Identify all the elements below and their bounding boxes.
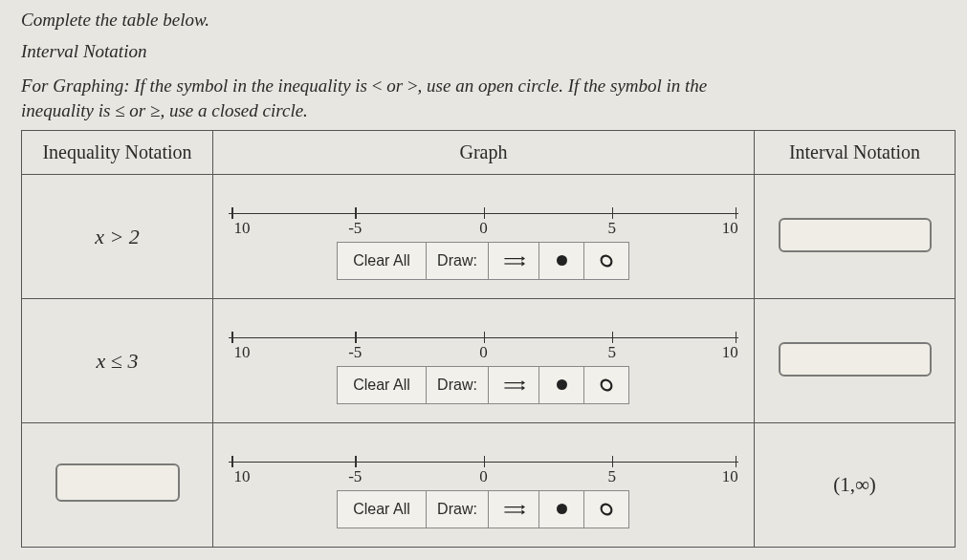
open-point-button[interactable] <box>583 366 629 404</box>
draw-label: Draw: <box>426 490 489 528</box>
inequality-cell: x > 2 <box>22 175 213 299</box>
col-header-interval: Interval Notation <box>755 131 956 175</box>
interval-answer: (1,∞) <box>833 473 876 496</box>
table-row: x ≤ 3 10 -5 0 5 10 <box>22 299 956 423</box>
draw-label: Draw: <box>426 366 489 404</box>
notation-table: Inequality Notation Graph Interval Notat… <box>21 130 956 548</box>
closed-point-button[interactable] <box>538 242 584 280</box>
open-circle-icon <box>598 252 615 269</box>
col-header-graph: Graph <box>213 131 755 175</box>
open-circle-icon <box>598 377 615 394</box>
interval-input[interactable] <box>779 218 932 252</box>
filled-circle-icon <box>557 504 567 514</box>
open-point-button[interactable] <box>583 490 629 528</box>
closed-point-button[interactable] <box>538 490 584 528</box>
open-point-button[interactable] <box>583 242 629 280</box>
svg-marker-9 <box>521 505 525 509</box>
filled-circle-icon <box>557 255 567 266</box>
number-line[interactable]: 10 -5 0 5 10 <box>227 448 740 481</box>
clear-all-button[interactable]: Clear All <box>337 490 427 528</box>
instructions: For Graphing: If the symbol in the inequ… <box>21 74 956 122</box>
inequality-cell <box>22 423 213 548</box>
svg-marker-7 <box>521 386 525 391</box>
svg-marker-1 <box>521 256 525 261</box>
ray-tool-button[interactable] <box>488 366 539 404</box>
svg-marker-11 <box>521 510 525 515</box>
ray-icon <box>502 251 525 270</box>
ray-tool-button[interactable] <box>488 242 539 280</box>
ray-icon <box>502 500 525 519</box>
inequality-cell: x ≤ 3 <box>22 299 213 423</box>
number-line[interactable]: 10 -5 0 5 10 <box>227 324 740 356</box>
col-header-inequality: Inequality Notation <box>22 131 213 175</box>
draw-label: Draw: <box>426 242 489 280</box>
number-line[interactable]: 10 -5 0 5 10 <box>227 200 740 232</box>
table-row: 10 -5 0 5 10 Clear All Draw: <box>22 423 956 548</box>
ray-icon <box>502 376 525 395</box>
filled-circle-icon <box>557 379 567 390</box>
ray-tool-button[interactable] <box>488 490 539 528</box>
inequality-input[interactable] <box>55 463 180 502</box>
clear-all-button[interactable]: Clear All <box>337 366 427 404</box>
clear-all-button[interactable]: Clear All <box>337 242 427 280</box>
svg-marker-3 <box>521 262 525 267</box>
prompt-title-a: Complete the table below. <box>21 8 956 33</box>
table-row: x > 2 10 -5 0 5 10 <box>22 175 956 299</box>
svg-marker-5 <box>521 380 525 385</box>
closed-point-button[interactable] <box>538 366 584 404</box>
interval-input[interactable] <box>779 342 932 377</box>
prompt-title-b: Interval Notation <box>21 39 956 65</box>
open-circle-icon <box>598 501 615 518</box>
